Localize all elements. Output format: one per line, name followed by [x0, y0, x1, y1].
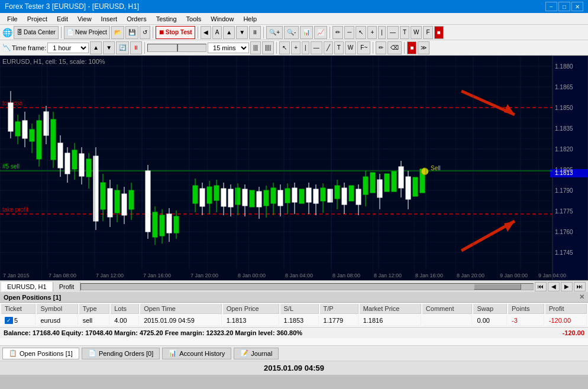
chart-type-button[interactable]: 📊 — [300, 26, 313, 39]
color-button[interactable]: ■ — [434, 26, 444, 39]
menu-file[interactable]: File — [2, 14, 22, 24]
col-comment: Comment — [422, 304, 473, 314]
footer-tab-account-history[interactable]: 📊 Account History — [162, 348, 231, 359]
speed-bars-btn[interactable]: ||| — [250, 41, 261, 54]
window-controls: − □ ✕ — [545, 2, 583, 11]
svg-rect-122 — [349, 186, 354, 201]
tab-profit[interactable]: Profit — [53, 282, 81, 291]
menu-testing[interactable]: Testing — [151, 14, 182, 24]
wave-tool[interactable]: W — [345, 41, 356, 54]
more-tools[interactable]: ≫ — [418, 41, 429, 54]
maximize-button[interactable]: □ — [558, 2, 570, 11]
cell-symbol: eurusd — [37, 315, 77, 326]
diag-line-tool[interactable]: ╱ — [324, 41, 333, 54]
speed-slider[interactable] — [147, 44, 206, 52]
menu-window[interactable]: Window — [206, 14, 238, 24]
tb-btn-5[interactable]: ⏸ — [249, 26, 261, 39]
sep7 — [276, 42, 277, 54]
tf-down[interactable]: ▼ — [103, 41, 115, 54]
menu-tools[interactable]: Tools — [182, 14, 206, 24]
tb-btn-2[interactable]: A — [212, 26, 222, 39]
cursor-tool[interactable]: ↖ — [279, 41, 290, 54]
speed-bars-btn2[interactable]: |||| — [262, 41, 274, 54]
nav-first-button[interactable]: ⏮ — [535, 282, 547, 291]
refresh-button[interactable]: ↺ — [140, 26, 150, 39]
cross-button[interactable]: + — [367, 26, 377, 39]
menu-project[interactable]: Project — [22, 14, 52, 24]
vline-button[interactable]: | — [378, 26, 386, 39]
svg-text:7 Jan 2015: 7 Jan 2015 — [3, 273, 30, 278]
data-center-button[interactable]: 🗄 Data Center — [14, 26, 59, 39]
sep8 — [373, 42, 373, 54]
col-ticket: Ticket — [1, 304, 35, 314]
col-swap: Swap — [473, 304, 507, 314]
svg-rect-82 — [207, 187, 212, 203]
speed-select[interactable]: 15 mins 1 hour 5 mins — [208, 43, 249, 53]
indicator-button[interactable]: 📈 — [314, 26, 327, 39]
svg-rect-128 — [370, 173, 375, 193]
menu-orders[interactable]: Orders — [122, 14, 151, 24]
svg-text:1.1805: 1.1805 — [555, 167, 573, 173]
chart-scrollbar-thumb[interactable] — [474, 284, 521, 290]
tab-eurusd-h1[interactable]: EURUSD, H1 — [1, 282, 53, 291]
current-date-time: 2015.01.09 04:59 — [264, 364, 324, 372]
chart-scrollbar-track[interactable] — [80, 283, 534, 290]
balance-text: Balance: 17168.40 Equity: 17048.40 Margi… — [4, 329, 302, 336]
zoom-out-button[interactable]: 🔍- — [284, 26, 299, 39]
svg-text:9 Jan 04:00: 9 Jan 04:00 — [538, 273, 566, 278]
nav-play-button[interactable]: ▶ — [561, 282, 573, 291]
open-button[interactable]: 📂 — [111, 26, 124, 39]
draw-button[interactable]: ✏ — [332, 26, 343, 39]
tf-up[interactable]: ▲ — [90, 41, 102, 54]
cross-tool[interactable]: + — [291, 41, 301, 54]
text-button[interactable]: T — [400, 26, 409, 39]
timeframe-select[interactable]: 1 hour 15 mins 4 hours 1 day — [47, 43, 89, 53]
tb-btn-4[interactable]: ▼ — [236, 26, 248, 39]
color-tool[interactable]: ■ — [407, 41, 416, 54]
footer-tab-journal[interactable]: 📝 Journal — [234, 348, 279, 359]
tb-btn-3[interactable]: ▲ — [223, 26, 235, 39]
col-market-price: Market Price — [360, 304, 421, 314]
draw-tool2[interactable]: ✏ — [376, 41, 386, 54]
sep1 — [61, 27, 62, 38]
menu-help[interactable]: Help — [238, 14, 261, 24]
erase-tool[interactable]: ⌫ — [387, 41, 402, 54]
nav-prev-button[interactable]: ◀ — [548, 282, 560, 291]
line-button[interactable]: ─ — [344, 26, 354, 39]
footer-tab-pending-orders[interactable]: 📄 Pending Orders [0] — [82, 348, 160, 359]
svg-text:8 Jan 00:00: 8 Jan 00:00 — [238, 273, 266, 278]
cell-ticket: ✓ 5 — [1, 315, 35, 326]
menu-insert[interactable]: Insert — [96, 14, 122, 24]
cursor-button[interactable]: ↖ — [356, 26, 366, 39]
svg-rect-40 — [37, 121, 41, 159]
svg-rect-64 — [122, 194, 127, 215]
panel-close-button[interactable]: ✕ — [579, 293, 584, 301]
new-project-button[interactable]: 📄 New Project — [64, 26, 110, 39]
footer-tab-open-positions[interactable]: 📋 Open Positions [1] — [2, 348, 79, 359]
svg-text:1.1775: 1.1775 — [555, 208, 573, 215]
close-button[interactable]: ✕ — [571, 2, 583, 11]
zoom-in-button[interactable]: 🔍+ — [266, 26, 283, 39]
hline-button[interactable]: — — [387, 26, 399, 39]
hline-tool[interactable]: — — [311, 41, 322, 54]
total-profit: -120.00 — [563, 329, 584, 336]
chart-scrollbar[interactable]: EURUSD, H1 Profit ⏮ ◀ ▶ ⏭ — [0, 280, 588, 292]
save-button[interactable]: 💾 — [125, 26, 138, 39]
minimize-button[interactable]: − — [545, 2, 557, 11]
tf-icon1[interactable]: 🔄 — [116, 41, 129, 54]
tb-btn-1[interactable]: ◀ — [201, 26, 211, 39]
play-pause-button[interactable]: ⏸ — [130, 41, 142, 54]
menu-view[interactable]: View — [73, 14, 96, 24]
menu-edit[interactable]: Edit — [52, 14, 73, 24]
vline-tool[interactable]: | — [302, 41, 309, 54]
cell-comment — [422, 315, 473, 326]
sep5 — [329, 27, 330, 38]
fib-tool[interactable]: F~ — [357, 41, 370, 54]
stop-test-button[interactable]: ⏹ Stop Test — [156, 26, 195, 39]
nav-fast-button[interactable]: ⏭ — [574, 282, 586, 291]
wline-button[interactable]: W — [411, 26, 422, 39]
col-symbol: Symbol — [37, 304, 77, 314]
fib-button[interactable]: F — [423, 26, 432, 39]
svg-rect-90 — [235, 188, 240, 205]
text-tool[interactable]: T — [334, 41, 344, 54]
